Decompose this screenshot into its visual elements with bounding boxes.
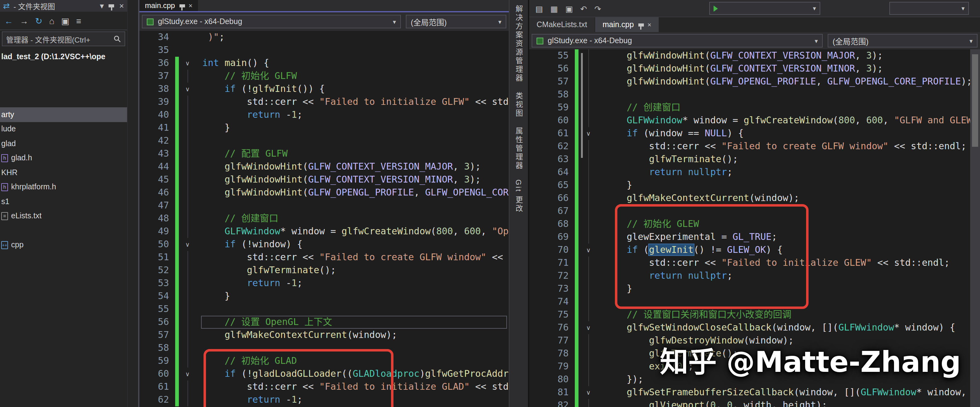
scrollbar-thumb[interactable]: [581, 53, 583, 158]
debug-target-select[interactable]: glStudy.exe - x64-Debug ▾: [531, 34, 823, 48]
code-line[interactable]: 58: [529, 88, 980, 101]
swap-icon[interactable]: ⇄: [3, 2, 10, 10]
fold-chevron-icon[interactable]: ∨: [180, 57, 195, 70]
code-line[interactable]: 81∨ glfwSetFramebufferSizeCallback(windo…: [529, 386, 980, 399]
tree-item[interactable]: s1: [0, 194, 127, 209]
code-line[interactable]: 73 }: [529, 283, 980, 296]
tool-window-tab[interactable]: Git 更改: [514, 180, 524, 213]
code-line[interactable]: 36∨int main() {: [139, 57, 509, 70]
close-icon[interactable]: ×: [647, 21, 651, 28]
copy-icon[interactable]: ▣: [61, 16, 69, 25]
code-line[interactable]: 41 }: [139, 121, 509, 134]
pin-icon[interactable]: [109, 4, 115, 7]
code-line[interactable]: 58: [139, 342, 509, 355]
code-line[interactable]: 47: [139, 199, 509, 212]
code-line[interactable]: 52 glfwTerminate();: [139, 264, 509, 277]
code-line[interactable]: 48 // 创建窗口: [139, 212, 509, 225]
code-line[interactable]: 55 glfwWindowHint(GLFW_CONTEXT_VERSION_M…: [529, 49, 980, 62]
code-line[interactable]: 56 glfwWindowHint(GLFW_CONTEXT_VERSION_M…: [529, 62, 980, 75]
code-line[interactable]: 46 glfwWindowHint(GLFW_OPENGL_PROFILE, G…: [139, 186, 509, 199]
tree-item[interactable]: khrplatform.h: [0, 180, 127, 194]
search-box[interactable]: 管理器 - 文件夹视图(Ctrl+: [2, 32, 125, 46]
fold-chevron-icon[interactable]: ∨: [580, 243, 597, 256]
code-line[interactable]: 59 // 创建窗口: [529, 101, 980, 114]
tree-item[interactable]: lude: [0, 122, 127, 136]
fold-chevron-icon[interactable]: ∨: [180, 367, 195, 380]
code-line[interactable]: 56 // 设置 OpenGL 上下文: [139, 316, 509, 329]
fold-chevron-icon[interactable]: ∨: [580, 321, 597, 334]
new-file-icon[interactable]: ▤: [535, 5, 543, 13]
code-line[interactable]: 38∨ if (!glfwInit()) {: [139, 83, 509, 95]
code-line[interactable]: 66 glfwMakeContextCurrent(window);: [529, 192, 980, 205]
tool-window-tab[interactable]: 类视图: [514, 92, 524, 118]
code-line[interactable]: 44 glfwWindowHint(GLFW_CONTEXT_VERSION_M…: [139, 161, 509, 173]
tree-item[interactable]: glad: [0, 136, 127, 151]
code-line[interactable]: 49 GLFWwindow* window = glfwCreateWindow…: [139, 225, 509, 238]
undo-icon[interactable]: ↶: [580, 5, 587, 13]
code-line[interactable]: 68 // 初始化 GLEW: [529, 218, 980, 231]
code-line[interactable]: 82 glViewport(0, 0, width, height);: [529, 399, 980, 407]
code-line[interactable]: 37 // 初始化 GLFW: [139, 70, 509, 83]
code-line[interactable]: 54 }: [139, 290, 509, 303]
debug-target-select[interactable]: glStudy.exe - x64-Debug ▾: [142, 15, 401, 29]
code-line[interactable]: 59 // 初始化 GLAD: [139, 355, 509, 367]
fold-chevron-icon[interactable]: ∨: [580, 386, 597, 399]
code-line[interactable]: 55: [139, 303, 509, 316]
code-line[interactable]: 63 glfwTerminate();: [529, 153, 980, 166]
pin-icon[interactable]: [179, 4, 185, 7]
code-line[interactable]: 76∨ glfwSetWindowCloseCallback(window, […: [529, 321, 980, 334]
code-line[interactable]: 61 std::cerr << "Failed to initialize GL…: [139, 380, 509, 393]
home-icon[interactable]: ⌂: [49, 16, 54, 25]
code-line[interactable]: 61∨ if (window == NULL) {: [529, 127, 980, 140]
scope-select[interactable]: (全局范围) ▾: [406, 15, 506, 29]
code-line[interactable]: 72 return nullptr;: [529, 269, 980, 283]
tool-window-tab[interactable]: 属性管理器: [514, 127, 524, 170]
code-line[interactable]: 67: [529, 205, 980, 218]
tab-cmakelists[interactable]: CMakeLists.txt: [529, 17, 595, 32]
close-icon[interactable]: ×: [188, 2, 192, 9]
tree-item[interactable]: KHR: [0, 165, 127, 180]
tree-item[interactable]: arty: [0, 107, 127, 122]
code-line[interactable]: 65 }: [529, 179, 980, 192]
fold-chevron-icon[interactable]: ∨: [180, 83, 195, 95]
open-file-icon[interactable]: ▦: [550, 5, 558, 13]
list-icon[interactable]: ≡: [76, 16, 81, 25]
configuration-dropdown[interactable]: ▾: [889, 2, 969, 15]
save-icon[interactable]: ▣: [565, 5, 573, 13]
close-icon[interactable]: ×: [119, 2, 124, 10]
code-line[interactable]: 71 std::cerr << "Failed to initialize GL…: [529, 256, 980, 269]
tab-main-cpp-right[interactable]: main.cpp ×: [595, 17, 659, 32]
tree-item[interactable]: cpp: [0, 238, 127, 252]
code-line[interactable]: 70∨ if (glewInit() != GLEW_OK) {: [529, 243, 980, 256]
code-line[interactable]: 74: [529, 296, 980, 308]
code-line[interactable]: 62 return -1;: [139, 393, 509, 406]
back-icon[interactable]: ←: [4, 16, 13, 25]
code-line[interactable]: 40 return -1;: [139, 108, 509, 121]
code-line[interactable]: 57 glfwWindowHint(GLFW_OPENGL_PROFILE, G…: [529, 75, 980, 88]
debugger-dropdown[interactable]: ▾: [709, 2, 820, 15]
code-line[interactable]: 62 std::cerr << "Failed to create GLFW w…: [529, 140, 980, 153]
search-icon[interactable]: [113, 35, 121, 43]
code-line[interactable]: 69 glewExperimental = GL_TRUE;: [529, 231, 980, 243]
code-line[interactable]: 45 glfwWindowHint(GLFW_CONTEXT_VERSION_M…: [139, 173, 509, 186]
tree-item[interactable]: eLists.txt: [0, 209, 127, 223]
code-line[interactable]: 39 std::cerr << "Failed to initialize GL…: [139, 95, 509, 108]
code-line[interactable]: 35: [139, 44, 509, 57]
fold-chevron-icon[interactable]: ∨: [180, 238, 195, 251]
code-line[interactable]: 75 // 设置窗口关闭和窗口大小改变的回调: [529, 308, 980, 321]
code-line[interactable]: 50∨ if (!window) {: [139, 238, 509, 251]
pin-icon[interactable]: [638, 23, 644, 26]
refresh-icon[interactable]: ↻: [35, 16, 42, 25]
scope-select[interactable]: (全局范围) ▾: [828, 34, 978, 48]
code-line[interactable]: 42: [139, 134, 509, 147]
scrollbar-thumb[interactable]: [972, 54, 978, 147]
tree-item[interactable]: lad_test_2 (D:\1.2VSC++\ope: [0, 49, 127, 64]
code-line[interactable]: 57 glfwMakeContextCurrent(window);: [139, 329, 509, 342]
tool-window-tab[interactable]: 解决方案资源管理器: [514, 5, 524, 83]
redo-icon[interactable]: ↷: [595, 5, 601, 13]
chevron-down-icon[interactable]: ▾: [100, 2, 104, 10]
code-line[interactable]: 43 // 配置 GLFW: [139, 147, 509, 161]
search-input[interactable]: 管理器 - 文件夹视图(Ctrl+: [6, 33, 113, 44]
editor-scrollbar[interactable]: [970, 49, 980, 407]
code-line[interactable]: 60∨ if (!gladLoadGLLoader((GLADloadproc)…: [139, 367, 509, 380]
